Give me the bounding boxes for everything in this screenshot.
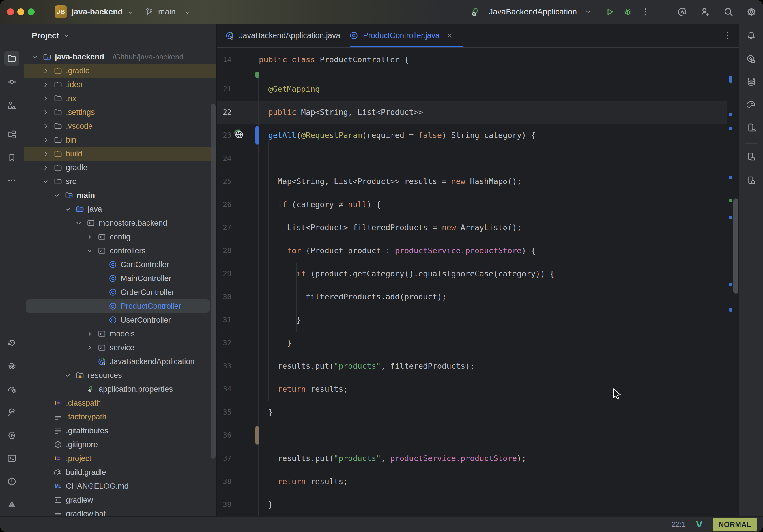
profiler-icon[interactable] [7, 384, 17, 394]
editor-scrollbar[interactable] [733, 198, 738, 294]
services-icon[interactable] [7, 430, 17, 440]
close-tab-icon[interactable]: × [447, 31, 453, 41]
code-line-22[interactable]: 22public Map<String, List<Product>> [217, 101, 727, 124]
sticky-line[interactable]: 14public class ProductController { [217, 48, 739, 72]
code-line-32[interactable]: 32} [217, 332, 727, 355]
stripe-mark-blue[interactable] [729, 127, 732, 130]
code-line-36[interactable]: 36 [217, 424, 727, 447]
chevron-down-icon[interactable] [53, 191, 60, 199]
code-line-29[interactable]: 29if (product.getCategory().equalsIgnore… [217, 262, 727, 285]
chevron-down-icon[interactable] [64, 205, 71, 213]
chevron-down-icon[interactable] [64, 372, 71, 379]
device-layout-icon[interactable] [746, 152, 756, 161]
tree-row-ProductController[interactable]: CProductController [24, 299, 216, 313]
stripe-mark-blue[interactable] [729, 75, 732, 82]
stripe-mark-green[interactable] [729, 199, 732, 202]
tree-row-.settings[interactable]: .settings [24, 105, 216, 119]
code-line-28[interactable]: 28for (Product product : productService.… [217, 239, 727, 262]
code-line-30[interactable]: 30filteredProducts.add(product); [217, 285, 727, 308]
incognito-icon[interactable] [7, 361, 17, 371]
tab-productcontroller[interactable]: C ProductController.java × [347, 24, 455, 47]
vim-mode-badge[interactable]: NORMAL [713, 518, 757, 531]
more-tools-icon[interactable] [7, 175, 17, 185]
chevron-down-icon[interactable] [584, 8, 592, 16]
warning-triangle-icon[interactable] [7, 499, 17, 509]
project-badge[interactable]: JB [54, 5, 67, 18]
panel-title[interactable]: Project [32, 28, 59, 44]
tree-row-.gitignore[interactable]: .gitignore [24, 438, 216, 452]
tab-options-kebab-icon[interactable] [722, 31, 732, 41]
tree-row-bin[interactable]: bin [24, 133, 216, 147]
tree-row-src[interactable]: src [24, 174, 216, 188]
tree-row-.gradle[interactable]: .gradle [24, 64, 216, 78]
zoom-window-button[interactable] [28, 8, 35, 15]
tree-row-models[interactable]: models [24, 327, 216, 341]
debug-button[interactable] [622, 7, 633, 17]
run-configuration-name[interactable]: JavaBackendApplication [489, 0, 577, 24]
stripe-mark-blue[interactable] [729, 283, 732, 286]
chevron-down-icon[interactable] [75, 219, 82, 227]
code-line-33[interactable]: 33results.put("products", filteredProduc… [217, 355, 727, 378]
run-button[interactable] [604, 7, 615, 17]
code-line-24[interactable]: 24 [217, 147, 727, 170]
vim-icon[interactable]: V [694, 520, 704, 529]
code-line-34[interactable]: 34return results; [217, 378, 727, 401]
branch-name[interactable]: main [158, 0, 176, 24]
tree-row-.gitattributes[interactable]: .gitattributes [24, 424, 216, 438]
rest-endpoint-globe-icon[interactable] [233, 128, 245, 140]
ai-assistant-icon[interactable] [677, 7, 687, 17]
tab-javabackendapplication[interactable]: C JavaBackendApplication.java [223, 24, 343, 47]
tree-row-gradle[interactable]: gradle [24, 161, 216, 174]
project-folder-icon[interactable] [7, 53, 17, 63]
database-icon[interactable] [746, 77, 756, 86]
tree-row-.factorypath[interactable]: .factorypath [24, 410, 216, 424]
code-line-39[interactable]: 39} [217, 493, 727, 516]
tree-row-java[interactable]: java [24, 202, 216, 216]
chevron-right-icon[interactable] [42, 136, 50, 144]
chevron-right-icon[interactable] [42, 81, 50, 89]
code-line-25[interactable]: 25Map<String, List<Product>> results = n… [217, 170, 727, 193]
tree-row-controllers[interactable]: controllers [24, 244, 216, 258]
problems-icon[interactable] [7, 477, 17, 486]
close-window-button[interactable] [7, 8, 14, 15]
tree-row-.idea[interactable]: .idea [24, 78, 216, 91]
add-user-icon[interactable] [700, 7, 710, 17]
chevron-down-icon[interactable] [62, 32, 70, 40]
stripe-mark-blue[interactable] [729, 216, 732, 219]
tree-row-main[interactable]: main [24, 188, 216, 202]
code-line-35[interactable]: 35} [217, 401, 727, 424]
code-line-23[interactable]: 23getAll(@RequestParam(required = false)… [217, 124, 727, 147]
chevron-right-icon[interactable] [42, 150, 50, 158]
bookmarks-icon[interactable] [7, 153, 17, 162]
chevron-down-icon[interactable] [31, 53, 39, 61]
tree-row-OrderController[interactable]: COrderController [24, 285, 216, 299]
chevron-down-icon[interactable] [86, 247, 93, 255]
project-scrollbar[interactable] [211, 104, 216, 459]
chevron-right-icon[interactable] [86, 344, 93, 352]
chevron-right-icon[interactable] [42, 164, 50, 172]
tree-row-UserController[interactable]: CUserController [24, 313, 216, 327]
tree-row-.classpath[interactable]: .classpath [24, 396, 216, 410]
project-name[interactable]: java-backend [71, 0, 123, 24]
tree-row-.nx[interactable]: .nx [24, 91, 216, 105]
chevron-right-icon[interactable] [42, 95, 50, 102]
chevron-right-icon[interactable] [86, 233, 93, 241]
tree-row-MainController[interactable]: CMainController [24, 271, 216, 285]
code-line-27[interactable]: 27List<Product> filteredProducts = new A… [217, 216, 727, 239]
gradle-icon[interactable] [746, 99, 756, 109]
tree-row-JavaBackendApplication[interactable]: CJavaBackendApplication [24, 355, 216, 369]
tree-row-config[interactable]: config [24, 230, 216, 244]
code-line-37[interactable]: 37results.put("products", productService… [217, 447, 727, 470]
stripe-mark-blue[interactable] [729, 176, 732, 179]
build-hammer-icon[interactable] [7, 407, 17, 417]
tree-row-CHANGELOG.md[interactable]: MCHANGELOG.md [24, 479, 216, 493]
settings-gear-icon[interactable] [746, 7, 757, 17]
chevron-down-icon[interactable] [42, 178, 50, 185]
code-line-31[interactable]: 31} [217, 308, 727, 332]
vcs-change-bar[interactable] [256, 426, 259, 445]
notifications-bell-icon[interactable] [746, 31, 756, 41]
chevron-right-icon[interactable] [42, 67, 50, 75]
tree-row-build[interactable]: build [24, 147, 216, 161]
structure-icon[interactable] [7, 130, 17, 139]
stripe-mark-blue[interactable] [729, 113, 732, 116]
